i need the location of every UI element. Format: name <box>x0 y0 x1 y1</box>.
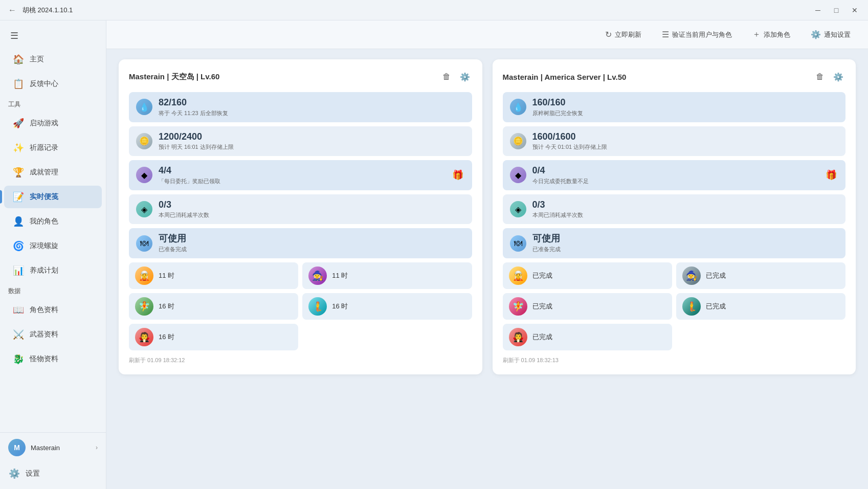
char-card-1: Masterain | 天空岛 | Lv.60 🗑 ⚙️ 💧 82/160 将于… <box>119 59 482 374</box>
expedition-item-1-2[interactable]: 🧙 11 时 <box>302 262 472 289</box>
expedition-avatar-1-2: 🧙 <box>308 266 327 285</box>
launch-icon: 🚀 <box>12 117 25 129</box>
expedition-item-1-3[interactable]: 🧚 16 时 <box>129 293 298 320</box>
refresh-button[interactable]: ↻ 立即刷新 <box>600 27 647 42</box>
coin-stat-1: 🪙 1200/2400 预计 明天 16:01 达到存储上限 <box>129 126 472 157</box>
resin-value-1: 82/160 <box>159 97 465 108</box>
task-value-2: 0/4 <box>532 165 818 176</box>
task-content-2: 0/4 今日完成委托数量不足 <box>532 165 818 185</box>
expedition-status-icon-1: 🍽 <box>136 235 152 252</box>
sidebar-item-realtime[interactable]: 📝 实时便笺 <box>4 186 102 208</box>
card-settings-button-1[interactable]: ⚙️ <box>458 70 472 84</box>
sidebar-item-monster-data[interactable]: 🐉 怪物资料 <box>4 348 102 370</box>
app-title: 胡桃 2024.1.10.1 <box>23 6 73 15</box>
expedition-avatar-2-2: 🧙 <box>682 266 701 285</box>
user-name: Masterain <box>31 444 91 452</box>
discount-content-1: 0/3 本周已消耗减半次数 <box>159 199 465 219</box>
resin-stat-2: 💧 160/160 原粹树脂已完全恢复 <box>503 92 846 122</box>
discount-sub-2: 本周已消耗减半次数 <box>532 211 839 219</box>
maximize-button[interactable]: □ <box>829 3 843 17</box>
card-title-2: Masterain | America Server | Lv.50 <box>503 73 813 81</box>
discount-stat-1: ◈ 0/3 本周已消耗减半次数 <box>129 194 472 225</box>
sidebar-item-label: 角色资料 <box>30 305 58 315</box>
refresh-label: 立即刷新 <box>615 30 641 39</box>
resin-sub-1: 将于 今天 11:23 后全部恢复 <box>159 109 465 117</box>
expedition-avatar-2-4: 🧜 <box>682 297 701 316</box>
sidebar-item-my-role[interactable]: 👤 我的角色 <box>4 210 102 233</box>
expedition-status-sub-1: 已准备完成 <box>159 246 465 253</box>
expedition-item-2-3[interactable]: 🧚 已完成 <box>503 293 672 320</box>
weapon-data-icon: ⚔️ <box>12 328 25 341</box>
sidebar-item-label: 养成计划 <box>30 266 58 275</box>
task-icon-2: ◆ <box>510 167 526 183</box>
user-arrow-icon: › <box>96 444 98 451</box>
data-section-label: 数据 <box>0 283 106 298</box>
resin-value-2: 160/160 <box>532 97 839 108</box>
realtime-icon: 📝 <box>12 191 25 203</box>
expedition-avatar-2-1: 🧝 <box>509 266 527 285</box>
settings-label: 设置 <box>26 469 40 478</box>
task-content-1: 4/4 「每日委托」奖励已领取 <box>159 165 444 185</box>
sidebar-item-wish[interactable]: ✨ 祈愿记录 <box>4 137 102 159</box>
sidebar-item-launch[interactable]: 🚀 启动游戏 <box>4 112 102 135</box>
verify-button[interactable]: ☰ 验证当前用户与角色 <box>657 27 737 42</box>
expedition-status-2: 🍽 可使用 已准备完成 <box>503 228 846 258</box>
card-settings-button-2[interactable]: ⚙️ <box>831 70 845 84</box>
feedback-icon: 📋 <box>12 78 25 90</box>
card-delete-button-1[interactable]: 🗑 <box>439 70 454 84</box>
expedition-item-1-1[interactable]: 🧝 11 时 <box>129 262 298 289</box>
expedition-item-2-4[interactable]: 🧜 已完成 <box>676 293 845 320</box>
coin-icon-1: 🪙 <box>136 133 152 149</box>
sidebar-item-spiral[interactable]: 🌀 深境螺旋 <box>4 235 102 257</box>
sidebar-item-label: 深境螺旋 <box>30 241 58 251</box>
sidebar-item-home[interactable]: 🏠 主页 <box>4 48 102 71</box>
expedition-status-content-1: 可使用 已准备完成 <box>159 233 465 253</box>
expedition-item-1-4[interactable]: 🧜 16 时 <box>302 293 472 320</box>
expedition-item-2-2[interactable]: 🧙 已完成 <box>676 262 845 289</box>
task-action-2[interactable]: 🎁 <box>824 168 838 182</box>
task-action-1[interactable]: 🎁 <box>451 168 465 182</box>
expedition-label-1-3: 16 时 <box>159 302 174 311</box>
add-role-button[interactable]: ＋ 添加角色 <box>747 26 795 43</box>
resin-sub-2: 原粹树脂已完全恢复 <box>532 109 839 117</box>
expedition-item-1-5[interactable]: 🧛 16 时 <box>129 324 298 350</box>
coin-icon-2: 🪙 <box>510 133 526 149</box>
back-button[interactable]: ← <box>6 4 18 16</box>
expedition-label-2-5: 已完成 <box>532 332 552 342</box>
expedition-item-2-5[interactable]: 🧛 已完成 <box>503 324 672 350</box>
sidebar-item-char-data[interactable]: 📖 角色资料 <box>4 299 102 321</box>
char-card-2: Masterain | America Server | Lv.50 🗑 ⚙️ … <box>493 59 856 374</box>
sidebar-item-feedback[interactable]: 📋 反馈中心 <box>4 73 102 95</box>
card-header-1: Masterain | 天空岛 | Lv.60 🗑 ⚙️ <box>129 70 472 84</box>
wish-icon: ✨ <box>12 142 25 154</box>
sidebar-item-settings[interactable]: ⚙️ 设置 <box>0 462 106 485</box>
expedition-item-2-1[interactable]: 🧝 已完成 <box>503 262 672 289</box>
verify-label: 验证当前用户与角色 <box>672 30 732 39</box>
resin-stat-1: 💧 82/160 将于 今天 11:23 后全部恢复 <box>129 92 472 122</box>
sidebar-item-label: 祈愿记录 <box>30 143 58 152</box>
coin-sub-2: 预计 今天 01:01 达到存储上限 <box>532 143 839 151</box>
notify-label: 通知设置 <box>824 30 851 39</box>
tools-section-label: 工具 <box>0 96 106 111</box>
sidebar-item-achievement[interactable]: 🏆 成就管理 <box>4 161 102 184</box>
discount-content-2: 0/3 本周已消耗减半次数 <box>532 199 839 219</box>
coin-sub-1: 预计 明天 16:01 达到存储上限 <box>159 143 465 151</box>
resin-icon-2: 💧 <box>510 99 526 115</box>
sidebar-user[interactable]: M Masterain › <box>0 433 106 462</box>
card-delete-button-2[interactable]: 🗑 <box>813 70 827 84</box>
card-header-2: Masterain | America Server | Lv.50 🗑 ⚙️ <box>503 70 846 84</box>
expedition-label-2-1: 已完成 <box>532 271 552 280</box>
spiral-icon: 🌀 <box>12 240 25 252</box>
expedition-status-content-2: 可使用 已准备完成 <box>532 233 839 253</box>
expedition-grid-2: 🧝 已完成 🧙 已完成 🧚 已完成 🧜 已完成 <box>503 262 846 350</box>
refresh-icon: ↻ <box>605 30 612 39</box>
close-button[interactable]: ✕ <box>848 3 862 17</box>
sidebar-item-label: 主页 <box>30 55 44 64</box>
sidebar-item-weapon-data[interactable]: ⚔️ 武器资料 <box>4 323 102 346</box>
notify-button[interactable]: ⚙️ 通知设置 <box>806 27 856 42</box>
minimize-button[interactable]: ─ <box>811 3 825 17</box>
sidebar-item-develop[interactable]: 📊 养成计划 <box>4 259 102 282</box>
task-stat-2: ◆ 0/4 今日完成委托数量不足 🎁 <box>503 160 846 190</box>
menu-toggle-button[interactable]: ☰ <box>4 27 25 45</box>
sidebar-bottom: M Masterain › ⚙️ 设置 <box>0 432 106 485</box>
